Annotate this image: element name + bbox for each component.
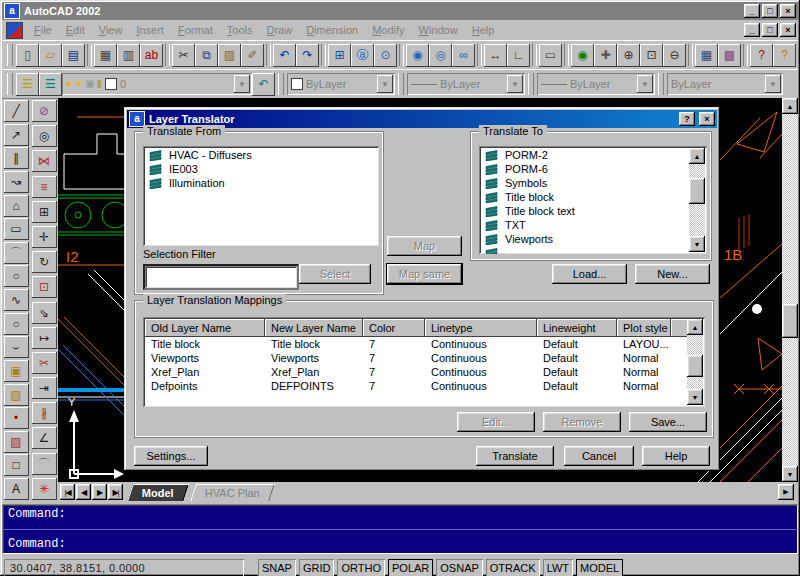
layer-list-item[interactable]: Illumination bbox=[145, 176, 377, 190]
scroll-down-icon[interactable]: ▼ bbox=[689, 236, 705, 252]
trim-icon[interactable]: ✂ bbox=[32, 352, 57, 374]
tab-nav-button[interactable]: |◀ bbox=[60, 484, 75, 500]
column-header[interactable]: Plot style bbox=[617, 319, 671, 337]
cut-icon[interactable]: ✂ bbox=[172, 44, 195, 67]
multiline-icon[interactable]: ∥ bbox=[4, 147, 29, 169]
table-row[interactable]: Defpoints DEFPOINTS 7 Continuous Default… bbox=[145, 379, 687, 393]
table-row[interactable]: Viewports Viewports 7 Continuous Default… bbox=[145, 351, 687, 365]
ellipse-icon[interactable]: ○ bbox=[4, 313, 29, 335]
column-header[interactable]: Old Layer Name bbox=[145, 319, 265, 337]
tab-nav-button[interactable]: ▶| bbox=[108, 484, 123, 500]
redo-icon[interactable]: ↷ bbox=[296, 44, 319, 67]
edit-button[interactable]: Edit... bbox=[457, 412, 535, 432]
selection-filter-input[interactable] bbox=[143, 264, 299, 290]
construction-line-icon[interactable]: ↗ bbox=[4, 124, 29, 146]
status-toggle[interactable]: LWT bbox=[543, 559, 573, 576]
stretch-icon[interactable]: ⇘ bbox=[32, 302, 57, 324]
column-header[interactable]: Linetype bbox=[425, 319, 537, 337]
polygon-icon[interactable]: ⌂ bbox=[4, 195, 29, 217]
3d-orbit-icon[interactable]: ◉ bbox=[571, 44, 594, 67]
scale-icon[interactable]: ⊡ bbox=[32, 276, 57, 298]
column-header[interactable]: New Layer Name bbox=[265, 319, 363, 337]
mdi-restore-button[interactable]: □ bbox=[762, 23, 778, 37]
plotstyle-dropdown[interactable]: ByLayer ▼ bbox=[667, 73, 783, 95]
mappings-table[interactable]: Old Layer Name New Layer Name Color Line… bbox=[143, 317, 705, 407]
layer-list-item[interactable]: PORM-6 bbox=[481, 162, 689, 176]
move-icon[interactable]: ✛ bbox=[32, 226, 57, 248]
spline-icon[interactable]: ∿ bbox=[4, 289, 29, 311]
chevron-down-icon[interactable]: ▼ bbox=[234, 75, 250, 93]
scroll-right-icon[interactable]: ▶ bbox=[778, 484, 794, 500]
layer-list-item[interactable]: IE003 bbox=[145, 162, 377, 176]
line-icon[interactable]: ╱ bbox=[4, 100, 29, 122]
layer-list-item[interactable]: HVAC - Diffusers bbox=[145, 148, 377, 162]
menu-item[interactable]: Draw bbox=[259, 22, 299, 38]
menu-item[interactable]: Help bbox=[465, 22, 502, 38]
undo-icon[interactable]: ↶ bbox=[273, 44, 296, 67]
layer-list-item[interactable]: TXT bbox=[481, 218, 689, 232]
arc-icon[interactable]: ⌒ bbox=[4, 242, 29, 264]
toolbar-grip[interactable] bbox=[7, 73, 13, 95]
toolbar-grip[interactable] bbox=[528, 73, 534, 95]
zoom-realtime-icon[interactable]: ⊕ bbox=[617, 44, 640, 67]
today-icon[interactable]: ⓐ bbox=[351, 44, 374, 67]
status-toggle[interactable]: MODEL bbox=[576, 559, 623, 576]
save-icon[interactable]: ▤ bbox=[62, 44, 85, 67]
copy-object-icon[interactable]: ◎ bbox=[32, 125, 57, 147]
column-header[interactable]: Color bbox=[363, 319, 425, 337]
remove-button[interactable]: Remove bbox=[543, 412, 621, 432]
chevron-down-icon[interactable]: ▼ bbox=[637, 75, 653, 93]
hyperlink-icon[interactable]: ∞ bbox=[452, 44, 475, 67]
list-scrollbar[interactable]: ▲ ▼ bbox=[689, 148, 705, 252]
menu-item[interactable]: Format bbox=[171, 22, 220, 38]
region-icon[interactable]: □ bbox=[4, 454, 29, 476]
scroll-down-icon[interactable]: ▼ bbox=[687, 389, 703, 405]
map-same-button[interactable]: Map same bbox=[387, 264, 462, 284]
settings-button[interactable]: Settings... bbox=[134, 446, 208, 466]
command-window[interactable]: Command: Command: bbox=[2, 504, 798, 554]
polyline-icon[interactable]: ↝ bbox=[4, 171, 29, 193]
fillet-icon[interactable]: ⌒ bbox=[32, 453, 57, 475]
make-block-icon[interactable]: ▧ bbox=[4, 384, 29, 406]
explode-icon[interactable]: ✳ bbox=[32, 478, 57, 500]
toolbar-grip[interactable] bbox=[398, 73, 404, 95]
scroll-up-icon[interactable]: ▲ bbox=[687, 319, 703, 335]
layer-list-item[interactable]: Title block bbox=[481, 190, 689, 204]
map-button[interactable]: Map bbox=[387, 236, 462, 256]
layer-dropdown[interactable]: ●☀▣▮ 0 ▼ bbox=[62, 73, 252, 95]
menu-item[interactable]: Edit bbox=[59, 22, 92, 38]
tab-model[interactable]: Model bbox=[127, 484, 188, 501]
hatch-icon[interactable]: ▨ bbox=[4, 431, 29, 453]
make-layer-current-icon[interactable]: ☰ bbox=[16, 73, 39, 96]
table-row[interactable]: Xref_Plan Xref_Plan 7 Continuous Default… bbox=[145, 365, 687, 379]
offset-icon[interactable]: ≡ bbox=[32, 176, 57, 198]
insert-block-icon[interactable]: ▣ bbox=[4, 360, 29, 382]
text-icon[interactable]: A bbox=[4, 478, 29, 500]
dialog-help-icon[interactable]: ? bbox=[679, 112, 695, 126]
toolbar-grip[interactable] bbox=[278, 73, 284, 95]
new-button[interactable]: New... bbox=[635, 264, 710, 284]
menu-item[interactable]: Window bbox=[412, 22, 465, 38]
match-properties-icon[interactable]: ✐ bbox=[241, 44, 264, 67]
open-icon[interactable]: ▱ bbox=[39, 44, 62, 67]
rotate-icon[interactable]: ↻ bbox=[32, 251, 57, 273]
status-toggle[interactable]: ORTHO bbox=[337, 559, 385, 576]
menu-item[interactable]: File bbox=[27, 22, 59, 38]
layer-list-item[interactable]: PORM-2 bbox=[481, 148, 689, 162]
table-row[interactable]: Title block Title block 7 Continuous Def… bbox=[145, 337, 687, 351]
menu-item[interactable]: Modify bbox=[365, 22, 411, 38]
layers-icon[interactable]: ☰ bbox=[39, 73, 62, 96]
layer-list-item[interactable]: Title block text bbox=[481, 204, 689, 218]
active-assistance-icon[interactable]: ? bbox=[773, 44, 796, 67]
layer-list-item[interactable]: Viewports bbox=[481, 232, 689, 246]
help-button[interactable]: Help bbox=[642, 446, 710, 466]
chevron-down-icon[interactable]: ▼ bbox=[377, 75, 393, 93]
mdi-close-button[interactable]: × bbox=[780, 23, 796, 37]
dialog-close-icon[interactable]: × bbox=[699, 112, 715, 126]
properties-icon[interactable]: ▦ bbox=[695, 44, 718, 67]
dbconnect-icon[interactable]: ⊞ bbox=[328, 44, 351, 67]
translate-button[interactable]: Translate bbox=[476, 446, 554, 466]
zoom-previous-icon[interactable]: ⊖ bbox=[663, 44, 686, 67]
command-prompt-line[interactable]: Command: bbox=[8, 537, 792, 551]
array-icon[interactable]: ⊞ bbox=[32, 201, 57, 223]
